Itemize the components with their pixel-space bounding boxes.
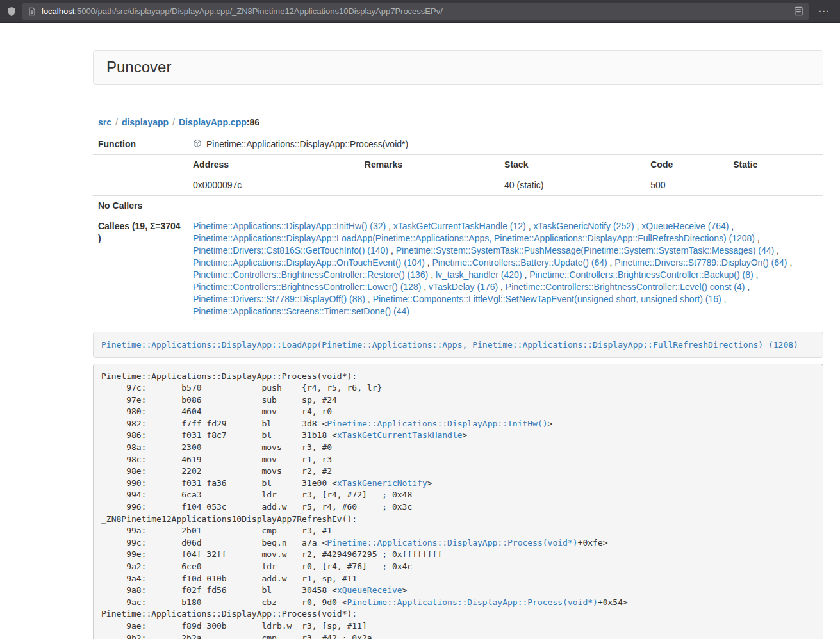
symbol-link[interactable]: xTaskGenericNotify	[337, 478, 427, 488]
callee-detail-panel: Pinetime::Applications::DisplayApp::Load…	[93, 332, 823, 358]
page-title: Puncover	[106, 58, 810, 76]
callee-link[interactable]: lv_task_handler (420)	[436, 270, 522, 280]
static-value	[728, 175, 823, 196]
function-name: Pinetime::Applications::DisplayApp::Proc…	[206, 138, 408, 150]
url-path: :5000/path/src/displayapp/DisplayApp.cpp…	[74, 6, 443, 16]
function-row: Function Pinetime::Applications::Display…	[93, 134, 823, 155]
callee-link[interactable]: Pinetime::Applications::DisplayApp::OnTo…	[193, 257, 425, 268]
function-row-label: Function	[93, 134, 188, 155]
breadcrumb-link-file[interactable]: DisplayApp.cpp	[179, 117, 247, 127]
no-callers-row: No Callers	[93, 196, 823, 216]
callee-link[interactable]: Pinetime::Applications::DisplayApp::Init…	[193, 221, 386, 231]
callee-link[interactable]: Pinetime::Applications::Screens::Timer::…	[193, 306, 409, 316]
callee-panel-heading-link[interactable]: Pinetime::Applications::DisplayApp::Load…	[101, 340, 798, 350]
symbol-link[interactable]: Pinetime::Applications::DisplayApp::Init…	[327, 419, 547, 428]
callee-link[interactable]: Pinetime::Drivers::St7789::DisplayOn() (…	[614, 257, 787, 268]
callees-row: Callees (19, Σ=3704 ) Pinetime::Applicat…	[93, 216, 823, 322]
browser-toolbar: localhost:5000/path/src/displayapp/Displ…	[0, 0, 840, 23]
callee-link[interactable]: Pinetime::Controllers::BrightnessControl…	[193, 270, 428, 280]
callee-link[interactable]: Pinetime::Components::LittleVgl::SetNewT…	[373, 294, 721, 304]
remarks-value	[359, 175, 499, 196]
tracking-protection-shield-icon[interactable]	[6, 6, 17, 17]
callee-link[interactable]: Pinetime::Controllers::BrightnessControl…	[193, 282, 421, 292]
code-value: 500	[645, 175, 728, 196]
callee-link[interactable]: xQueueReceive (764)	[641, 221, 729, 231]
symbol-link[interactable]: xQueueReceive	[337, 585, 402, 595]
page-info-icon[interactable]	[28, 7, 37, 16]
breadcrumb: src/displayapp/DisplayApp.cpp:86	[93, 117, 823, 127]
breadcrumb-separator: /	[172, 117, 175, 127]
breadcrumb-separator: /	[115, 117, 118, 127]
callee-link[interactable]: Pinetime::Drivers::Cst816S::GetTouchInfo…	[193, 245, 388, 255]
col-header-remarks: Remarks	[359, 155, 499, 175]
breadcrumb-link-displayapp[interactable]: displayapp	[122, 117, 169, 127]
url-host: localhost	[42, 6, 74, 16]
page-actions-menu-icon[interactable]: ⋯	[814, 6, 834, 17]
reader-mode-icon[interactable]	[794, 6, 803, 16]
callee-link[interactable]: Pinetime::Controllers::BrightnessControl…	[506, 282, 745, 292]
address-value: 0x0000097c	[188, 175, 359, 196]
divider	[93, 104, 823, 104]
callee-link[interactable]: Pinetime::Controllers::BrightnessControl…	[529, 270, 753, 280]
col-header-address: Address	[188, 155, 359, 175]
breadcrumb-line-number: :86	[247, 117, 259, 127]
symbol-link[interactable]: Pinetime::Applications::DisplayApp::Proc…	[327, 538, 577, 547]
url-bar[interactable]: localhost:5000/path/src/displayapp/Displ…	[22, 3, 809, 20]
symbol-link[interactable]: xTaskGetCurrentTaskHandle	[337, 430, 463, 440]
callee-link[interactable]: xTaskGetCurrentTaskHandle (12)	[393, 221, 526, 231]
callees-label: Callees (19, Σ=3704 )	[93, 216, 188, 322]
callee-link[interactable]: xTaskGenericNotify (252)	[533, 221, 634, 231]
function-table: Function Pinetime::Applications::Display…	[93, 134, 823, 321]
url-text: localhost:5000/path/src/displayapp/Displ…	[42, 6, 789, 16]
symbol-link[interactable]: Pinetime::Applications::DisplayApp::Proc…	[347, 597, 598, 607]
callee-link[interactable]: Pinetime::Controllers::Battery::Update()…	[432, 257, 607, 268]
function-icon	[193, 139, 202, 151]
metrics-table: Address Remarks Stack Code Static 0x0000…	[188, 155, 823, 195]
callee-link[interactable]: Pinetime::System::SystemTask::PushMessag…	[396, 245, 775, 255]
callees-list: Pinetime::Applications::DisplayApp::Init…	[188, 216, 823, 322]
callee-link[interactable]: vTaskDelay (176)	[429, 282, 498, 292]
callee-link[interactable]: Pinetime::Drivers::St7789::DisplayOff() …	[193, 294, 365, 304]
col-header-static: Static	[728, 155, 823, 175]
page-content: Puncover src/displayapp/DisplayApp.cpp:8…	[93, 50, 823, 639]
disassembly-block: Pinetime::Applications::DisplayApp::Proc…	[93, 364, 823, 639]
metrics-row: Address Remarks Stack Code Static 0x0000…	[93, 155, 823, 196]
page-title-panel: Puncover	[93, 50, 823, 85]
callee-link[interactable]: Pinetime::Applications::DisplayApp::Load…	[193, 233, 755, 243]
breadcrumb-link-src[interactable]: src	[98, 117, 111, 127]
no-callers-label: No Callers	[93, 196, 188, 216]
metrics-values-row: 0x0000097c 40 (static) 500	[188, 175, 823, 196]
stack-value: 40 (static)	[499, 175, 645, 196]
col-header-code: Code	[645, 155, 728, 175]
col-header-stack: Stack	[499, 155, 645, 175]
